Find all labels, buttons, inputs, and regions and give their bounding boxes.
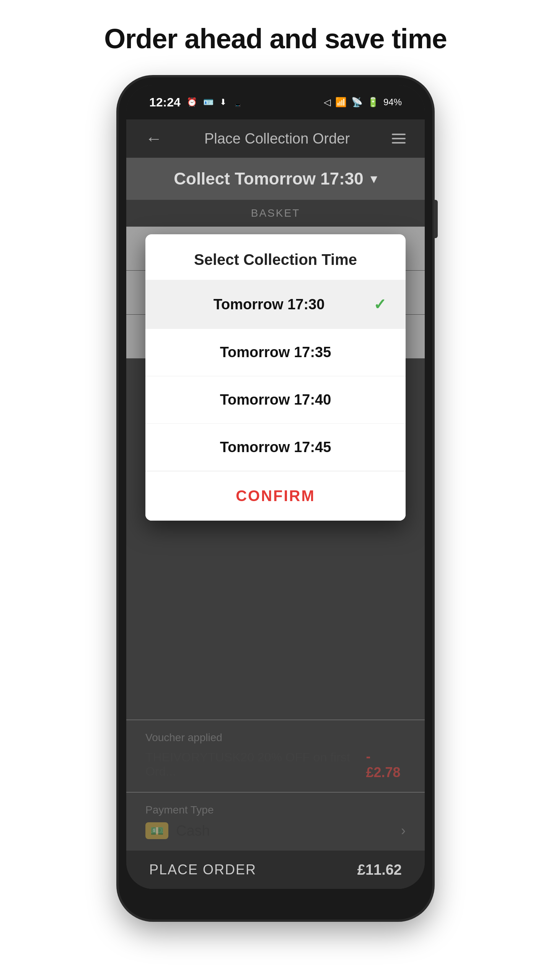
status-bar: 12:24 ⏰ 🪪 ⬇ 📱 ◁ 📶 📡 🔋 94% xyxy=(126,85,425,119)
battery-percent: 94% xyxy=(383,97,402,108)
collect-bar[interactable]: Collect Tomorrow 17:30 ▾ xyxy=(126,158,425,200)
modal-title: Select Collection Time xyxy=(145,234,406,280)
time-option-2[interactable]: Tomorrow 17:35 xyxy=(145,328,406,376)
modal-container: Select Collection Time Tomorrow 17:30 ✓ … xyxy=(126,227,425,521)
time-option-3[interactable]: Tomorrow 17:40 xyxy=(145,376,406,423)
time-option-1-label: Tomorrow 17:30 xyxy=(165,296,373,313)
page-wrapper: Order ahead and save time 12:24 ⏰ 🪪 ⬇ 📱 … xyxy=(0,0,551,980)
time-option-4-label: Tomorrow 17:45 xyxy=(165,439,386,456)
time-selection-modal: Select Collection Time Tomorrow 17:30 ✓ … xyxy=(145,234,406,521)
status-time: 12:24 xyxy=(149,95,181,109)
top-nav: ← Place Collection Order xyxy=(126,119,425,158)
back-button[interactable]: ← xyxy=(145,129,162,148)
page-title: Order ahead and save time xyxy=(104,23,447,54)
place-order-bar[interactable]: PLACE ORDER £11.62 xyxy=(126,851,425,889)
time-option-2-label: Tomorrow 17:35 xyxy=(165,344,386,361)
menu-button[interactable] xyxy=(392,134,406,144)
place-order-price: £11.62 xyxy=(357,862,402,878)
time-option-4[interactable]: Tomorrow 17:45 xyxy=(145,423,406,471)
time-option-3-label: Tomorrow 17:40 xyxy=(165,392,386,408)
notch xyxy=(222,85,329,104)
alarm-icon: ⏰ xyxy=(187,97,197,107)
collect-chevron-icon: ▾ xyxy=(370,171,377,187)
wifi-icon: 📡 xyxy=(351,97,363,108)
basket-header: BASKET xyxy=(126,200,425,227)
side-button xyxy=(434,200,438,238)
phone-frame: 12:24 ⏰ 🪪 ⬇ 📱 ◁ 📶 📡 🔋 94% ← Place Collec xyxy=(119,77,432,920)
nav-title: Place Collection Order xyxy=(204,131,350,147)
signal-icon: 📶 xyxy=(335,97,347,108)
time-option-1[interactable]: Tomorrow 17:30 ✓ xyxy=(145,280,406,328)
phone-screen: 12:24 ⏰ 🪪 ⬇ 📱 ◁ 📶 📡 🔋 94% ← Place Collec xyxy=(126,85,425,889)
card-icon: 🪪 xyxy=(203,97,214,107)
confirm-button[interactable]: CONFIRM xyxy=(145,471,406,521)
status-icons: ◁ 📶 📡 🔋 94% xyxy=(324,97,402,108)
basket-label: BASKET xyxy=(251,207,300,219)
check-icon-1: ✓ xyxy=(373,296,386,313)
place-order-label: PLACE ORDER xyxy=(149,862,256,878)
collect-time-text: Collect Tomorrow 17:30 xyxy=(174,169,364,188)
bg-content: Butterfly Jhinga £6.95 Puree Jhinga £6.9… xyxy=(126,227,425,851)
battery-icon: 🔋 xyxy=(367,97,379,108)
